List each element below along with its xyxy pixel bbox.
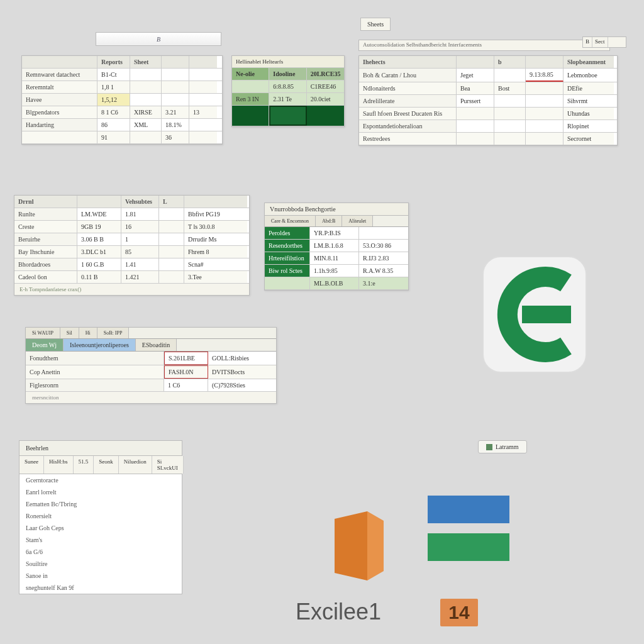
p6-mt2[interactable]: ESboaditin [136,339,177,351]
table-row[interactable]: ResendorthesLM.B.1.6.853.O:30 86 [265,240,408,252]
table-row [232,106,344,126]
p1-r3-c1: 8 1 C6 [97,106,130,118]
brand-text: Excilee1 [296,599,381,625]
orange-shape-icon [327,505,390,587]
list-item[interactable]: Ronersielt [19,510,182,522]
mini-b: Sect [592,37,608,47]
e-logo-icon [478,252,591,379]
table-row[interactable]: Bhordadroes1 60 G.B1.41Scna# [14,258,249,271]
p5-tab2[interactable]: Aliteulet [342,216,373,226]
panel-mid-center: Vnurrobboda Benchgortie Care & Encomnon … [264,203,409,291]
table-row[interactable]: Remnwaret datachectB1-Ct [22,69,222,81]
table-row[interactable]: Figlesronrn1 C6(C)7928Sties [26,379,276,392]
list-item[interactable]: 6a G/6 [19,546,182,558]
panel-lower-left: Si WAUIP Sil Hi SoB: IPP Deom Wj Isleeno… [25,327,277,404]
top-tabs: Sheets [360,18,391,31]
p5-tab0[interactable]: Care & Encomnon [265,216,316,226]
p1-r2-c1: 1,5,12 [97,94,130,106]
p6-mt1[interactable]: Isleenountjeronliperoes [64,339,136,351]
footer-button[interactable]: Latramm [478,440,527,453]
table-row[interactable]: Biw rol Sctes1.1h.9:85R.A.W 8.35 [265,265,408,277]
p1-r4-c1: 86 [97,119,130,131]
list-item[interactable]: sneghuntelf Kan 9f [19,582,182,594]
list-item[interactable]: Souiltire [19,558,182,570]
p2-header: Ne-olieIdooline20LRCE35 [232,68,344,80]
list-item[interactable]: Gcerntoracte [19,474,182,486]
lt1[interactable]: HisH:bs [44,456,74,474]
table-row[interactable]: Blgpendators8 1 C6XIRSE3.2113 [22,106,222,119]
list-item[interactable]: Eanrl lorrelt [19,486,182,498]
table-row[interactable]: Bay Ihschunie3.DLC b185Fhrem 8 [14,246,249,258]
table-row[interactable]: AdrelilleratePurssertSihvrmt [359,95,617,108]
green-bar [428,533,509,561]
table-row[interactable]: Havee1,5,12 [22,94,222,106]
lt3[interactable]: Seonk [94,456,119,474]
table-row[interactable]: Reremntalt1,8 1 [22,81,222,94]
p6-tt0[interactable]: Si WAUIP [26,328,60,338]
p1-r4-label: Handarting [22,119,97,131]
list-item[interactable]: Laar Goh Ceps [19,522,182,534]
table-row[interactable]: 6:8.8.85C1REE46 [232,80,344,93]
tab-sheets[interactable]: Sheets [360,18,391,31]
p1-r1-c1: 1,8 1 [97,81,130,93]
p6-footer: mersncitton [26,392,276,403]
list-item[interactable]: Stam's [19,534,182,546]
table-row[interactable]: NdlonaiterdsBeaBostDEfie [359,82,617,95]
footer-btn-label: Latramm [496,443,519,450]
table-row[interactable]: HrtereifilstionMIN.8.11R.IJ3 2.83 [265,252,408,265]
lt2[interactable]: 51.5 [74,456,94,474]
table-row[interactable]: Boh & Caratn / LhouJeget9.13:8.85Lebmonb… [359,69,617,82]
p3-h0: Ihehects [359,56,457,68]
table-row[interactable]: Cop AnettinFASH.0NDVITSBocts [26,365,276,379]
brand-number: 14 [440,599,478,626]
table-row[interactable]: Cadeol 6on0.11 B1.4213.Tee [14,271,249,284]
p1-r3-label: Blgpendators [22,106,97,118]
table-row[interactable]: Creste9GB 1916T ls 30.0.8 [14,221,249,233]
table-row[interactable]: Handarting86XML18.1% [22,119,222,131]
lt5[interactable]: Si SLvckUI [152,456,184,474]
svg-marker-3 [367,511,384,580]
mini-box: B Sect [582,36,626,48]
list-header: Beehrlen [19,441,182,456]
p5-tab1[interactable]: Abd:B [316,216,342,226]
list-panel: Beehrlen Sunee HisH:bs 51.5 Seonk Nilued… [19,440,182,594]
table-row[interactable]: RunlteLM.WDE1.81Bbfivt PG19 [14,208,249,221]
p6-tt2[interactable]: Hi [79,328,97,338]
svg-marker-2 [335,511,367,580]
lt0[interactable]: Sunee [19,456,44,474]
p6-top-tabs: Si WAUIP Sil Hi SoB: IPP [26,328,276,339]
p6-tt1[interactable]: Sil [60,328,79,338]
p5-footer: ML.B.OI.B3.1:e [265,277,408,290]
p1-header: Reports Sheet [22,56,222,69]
mini-a: B [583,37,592,47]
table-row[interactable]: FonudthemS.261LBEGOLL:Risbies [26,352,276,365]
p1-h4 [189,56,217,68]
panel-upper-left: Reports Sheet Remnwaret datachectB1-Ct R… [21,55,223,145]
p1-h2: Sheet [130,56,162,68]
p1-h1: Reports [97,56,130,68]
square-icon [486,444,492,450]
blue-bar [428,496,509,523]
lt4[interactable]: Niluedion [119,456,152,474]
list-tabs: Sunee HisH:bs 51.5 Seonk Niluedion Si SL… [19,456,182,474]
table-row[interactable]: Saufl hfoen Breest Ducaten RisUhundas [359,108,617,120]
table-row[interactable]: PeroldesYR.P:B.IS [265,227,408,240]
p1-r0-label: Remnwaret datachect [22,69,97,80]
list-item[interactable]: Sanoe in [19,570,182,582]
p6-mt0[interactable]: Deom Wj [26,339,64,351]
p2-title: Hellinablet Heltearfs [232,56,344,67]
table-row[interactable]: Ren 3 IN2.31 Te20.0ciet [232,93,344,106]
panel-green: Hellinablet Heltearfs Ne-olieIdooline20L… [231,55,345,127]
panel-upper-right: Ihehects b Slopbeanment Boh & Caratn / L… [358,55,618,146]
p6-tt3[interactable]: SoB: IPP [97,328,130,338]
table-row[interactable]: Beruirhe3.06 B B1Drrudir Ms [14,233,249,246]
table-row[interactable]: EspontandetioheralioanRlopinet [359,120,617,133]
table-row[interactable]: 9136 [22,131,222,144]
p4-header: Drrnl Vehsubtes L [14,196,249,208]
list-item[interactable]: Eematten Bc/Tbring [19,498,182,510]
p1-r0-c1: B1-Ct [97,69,130,80]
p1-r2-label: Havee [22,94,97,106]
formula-strip[interactable]: B [96,32,221,46]
p1-r1-label: Reremntalt [22,81,97,93]
table-row[interactable]: RestredeesSecrornet [359,133,617,145]
